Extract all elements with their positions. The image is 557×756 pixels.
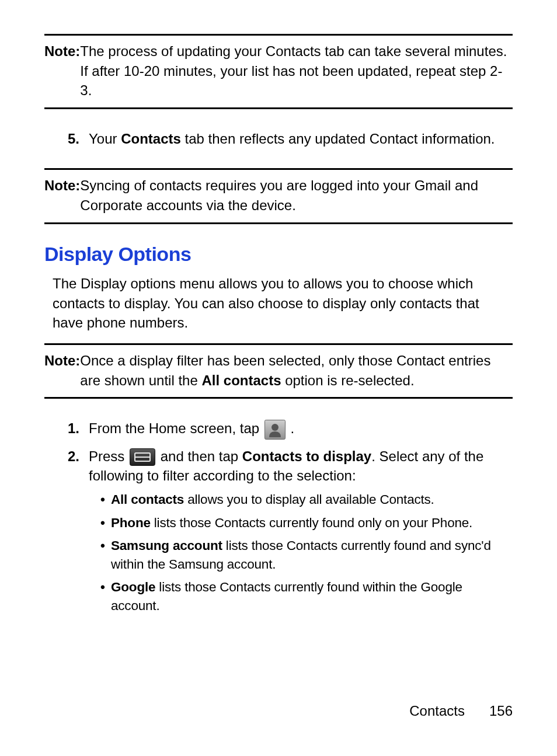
bullet-dot: • <box>100 514 111 532</box>
step5-bold: Contacts <box>121 131 181 147</box>
bullet-dot: • <box>100 578 111 615</box>
bullet-bold: All contacts <box>111 492 184 507</box>
step1-body: From the Home screen, tap . <box>89 419 513 440</box>
note3-bold: All contacts <box>201 372 281 388</box>
intro-paragraph: The Display options menu allows you to a… <box>44 274 513 333</box>
bullet-bold: Samsung account <box>111 538 222 553</box>
step1-pre: From the Home screen, tap <box>89 420 263 436</box>
step1-num: 1. <box>44 419 89 440</box>
bullet-item: • Samsung account lists those Contacts c… <box>89 536 513 573</box>
note3-label: Note: <box>44 351 80 390</box>
rule <box>44 397 513 399</box>
step-5: 5. Your Contacts tab then reflects any u… <box>44 126 513 152</box>
note1-label: Note: <box>44 41 80 100</box>
step2-pre: Press <box>89 448 128 464</box>
rule <box>44 107 513 109</box>
bullet-text: lists those Contacts currently found wit… <box>111 580 462 613</box>
note-block-2: Note: Syncing of contacts requires you a… <box>44 170 513 222</box>
note1-text: The process of updating your Contacts ta… <box>80 41 513 100</box>
bullet-bold: Google <box>111 580 155 594</box>
step-2: 2. Press and then tap Contacts to displa… <box>44 443 513 623</box>
step1-post: . <box>287 420 294 436</box>
bullet-item: • All contacts allows you to display all… <box>89 490 513 509</box>
bullet-item: • Phone lists those Contacts currently f… <box>89 514 513 532</box>
step2-body: Press and then tap Contacts to display. … <box>89 447 513 619</box>
bullet-bold: Phone <box>111 515 151 530</box>
section-heading: Display Options <box>44 241 513 269</box>
step2-bold: Contacts to display <box>242 448 371 464</box>
bullet-text: allows you to display all available Cont… <box>184 492 434 507</box>
note3-post: option is re-selected. <box>281 372 414 388</box>
note2-label: Note: <box>44 176 80 215</box>
bullet-dot: • <box>100 490 111 509</box>
step2-num: 2. <box>44 447 89 619</box>
step5-post: tab then reflects any updated Contact in… <box>181 131 495 147</box>
note3-body: Once a display filter has been selected,… <box>80 351 513 390</box>
step-1: 1. From the Home screen, tap . <box>44 415 513 443</box>
note2-text: Syncing of contacts requires you are log… <box>80 176 513 215</box>
note-block-1: Note: The process of updating your Conta… <box>44 36 513 107</box>
contacts-icon <box>264 420 286 440</box>
page-footer: Contacts156 <box>409 701 513 721</box>
step5-pre: Your <box>89 131 121 147</box>
bullet-dot: • <box>100 536 111 573</box>
rule <box>44 222 513 224</box>
footer-page: 156 <box>489 703 513 719</box>
step2-mid: and then tap <box>156 448 242 464</box>
step5-body: Your Contacts tab then reflects any upda… <box>89 129 513 149</box>
svg-point-1 <box>271 424 278 431</box>
footer-section: Contacts <box>409 703 465 719</box>
menu-icon <box>130 448 155 466</box>
bullet-text: lists those Contacts currently found onl… <box>151 515 472 530</box>
note-block-3: Note: Once a display filter has been sel… <box>44 345 513 397</box>
bullet-item: • Google lists those Contacts currently … <box>89 578 513 615</box>
step5-num: 5. <box>44 129 89 149</box>
